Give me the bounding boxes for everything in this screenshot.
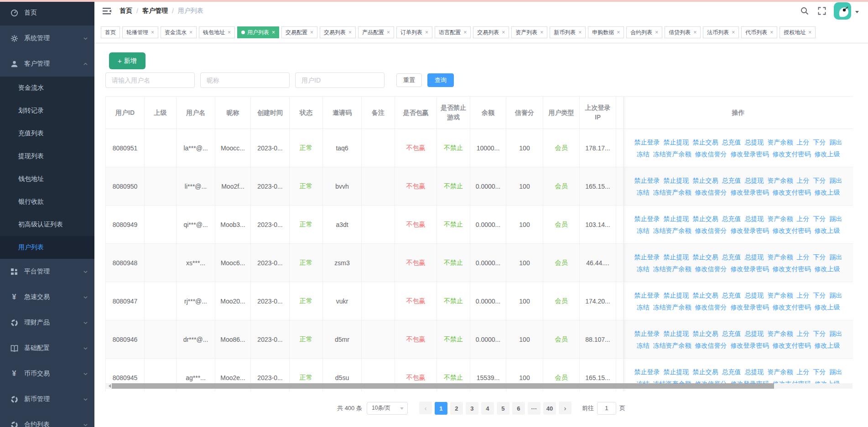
tab-wallet-address[interactable]: 钱包地址× [199, 26, 235, 38]
op-link[interactable]: 总提现 [745, 139, 764, 146]
op-link[interactable]: 修改支付密码 [773, 189, 811, 196]
op-link[interactable]: 踢出 [830, 292, 842, 299]
op-link[interactable]: 踢出 [830, 368, 842, 376]
tab-trade-list[interactable]: 交易列表× [320, 26, 356, 38]
op-link[interactable]: 修改上级 [815, 227, 840, 234]
op-link[interactable]: 禁止登录 [634, 215, 660, 222]
op-link[interactable]: 冻结 [637, 342, 650, 349]
tab-close-icon[interactable]: × [425, 30, 428, 35]
op-link[interactable]: 资产余额 [768, 368, 793, 376]
op-link[interactable]: 禁止提现 [664, 368, 689, 376]
avatar[interactable] [834, 2, 851, 20]
tab-fiat-list[interactable]: 法币列表× [703, 26, 739, 38]
op-link[interactable]: 修改支付密码 [773, 304, 811, 311]
tab-close-icon[interactable]: × [272, 30, 275, 35]
op-link[interactable]: 总提现 [745, 177, 764, 184]
op-link[interactable]: 修改上级 [815, 265, 840, 273]
op-link[interactable]: 总充值 [722, 253, 741, 261]
op-link[interactable]: 总充值 [722, 215, 741, 222]
page-button-1[interactable]: 1 [435, 402, 447, 415]
op-link[interactable]: 修改支付密码 [773, 150, 811, 158]
op-link[interactable]: 禁止交易 [693, 177, 718, 184]
op-link[interactable]: 禁止登录 [634, 177, 660, 184]
op-link[interactable]: 冻结资产余额 [653, 265, 691, 273]
op-link[interactable]: 上分 [797, 177, 810, 184]
op-link[interactable]: 冻结 [637, 189, 650, 196]
op-link[interactable]: 资产余额 [768, 177, 793, 184]
op-link[interactable]: 禁止登录 [634, 292, 660, 299]
sidebar-item-kyc-list[interactable]: 初高级认证列表 [0, 213, 94, 236]
scrollbar-thumb[interactable] [112, 383, 774, 389]
op-link[interactable]: 修改登录密码 [731, 342, 769, 349]
op-link[interactable]: 总充值 [722, 177, 741, 184]
tab-close-icon[interactable]: × [617, 30, 620, 35]
breadcrumb-customer-management[interactable]: 客户管理 [142, 7, 168, 15]
op-link[interactable]: 禁止提现 [664, 177, 689, 184]
tab-loan-list[interactable]: 借贷列表× [665, 26, 701, 38]
op-link[interactable]: 冻结 [637, 265, 650, 273]
sidebar-item-user-list[interactable]: 用户列表 [0, 236, 94, 259]
op-link[interactable]: 禁止提现 [664, 215, 689, 222]
op-link[interactable]: 禁止交易 [693, 253, 718, 261]
page-button-40[interactable]: 40 [543, 402, 556, 415]
op-link[interactable]: 下分 [813, 368, 826, 376]
op-link[interactable]: 禁止登录 [634, 330, 660, 337]
op-link[interactable]: 修改上级 [815, 150, 840, 158]
tab-close-icon[interactable]: × [770, 30, 773, 35]
op-link[interactable]: 禁止交易 [693, 368, 718, 376]
tab-close-icon[interactable]: × [655, 30, 658, 35]
op-link[interactable]: 总充值 [722, 292, 741, 299]
nickname-input[interactable] [200, 72, 290, 88]
prev-page-button[interactable]: ‹ [419, 401, 432, 414]
sidebar-item-withdraw-list[interactable]: 提现列表 [0, 145, 94, 168]
op-link[interactable]: 修改支付密码 [773, 265, 811, 273]
tab-close-icon[interactable]: × [189, 30, 192, 35]
op-link[interactable]: 下分 [813, 330, 826, 337]
tab-fund-flow[interactable]: 资金流水× [161, 26, 197, 38]
tab-language-config[interactable]: 语言配置× [435, 26, 471, 38]
page-size-select[interactable]: 10条/页 [367, 402, 408, 415]
tab-close-icon[interactable]: × [310, 30, 313, 35]
tab-subscribe-data[interactable]: 申购数据× [588, 26, 624, 38]
op-link[interactable]: 下分 [813, 139, 826, 146]
op-link[interactable]: 禁止交易 [693, 292, 718, 299]
tab-contract-list[interactable]: 合约列表× [626, 26, 662, 38]
sidebar-item-system-management[interactable]: 系统管理 [0, 26, 94, 51]
op-link[interactable]: 禁止登录 [634, 368, 660, 376]
op-link[interactable]: 下分 [813, 215, 826, 222]
op-link[interactable]: 冻结资产余额 [653, 227, 691, 234]
tab-close-icon[interactable]: × [387, 30, 390, 35]
tab-close-icon[interactable]: × [693, 30, 696, 35]
op-link[interactable]: 修改登录密码 [731, 265, 769, 273]
userid-input[interactable] [295, 72, 385, 88]
op-link[interactable]: 冻结 [637, 304, 650, 311]
op-link[interactable]: 冻结 [637, 227, 650, 234]
sidebar-item-transfer-records[interactable]: 划转记录 [0, 99, 94, 122]
op-link[interactable]: 修改上级 [815, 304, 840, 311]
op-link[interactable]: 踢出 [830, 253, 842, 261]
pager-ellipsis[interactable]: ··· [528, 402, 541, 415]
op-link[interactable]: 修改登录密码 [731, 150, 769, 158]
op-link[interactable]: 资产余额 [768, 292, 793, 299]
scrollbar-left-arrow-icon[interactable] [107, 384, 111, 388]
search-button[interactable]: 查询 [427, 73, 454, 87]
horizontal-scrollbar[interactable] [106, 383, 852, 389]
op-link[interactable]: 修改信誉分 [695, 150, 727, 158]
op-link[interactable]: 资产余额 [768, 253, 793, 261]
op-link[interactable]: 总提现 [745, 215, 764, 222]
op-link[interactable]: 总提现 [745, 368, 764, 376]
op-link[interactable]: 修改信誉分 [695, 227, 727, 234]
next-page-button[interactable]: › [559, 401, 572, 414]
add-user-button[interactable]: + 新增 [109, 52, 146, 69]
tab-trade-config[interactable]: 交易配置× [281, 26, 317, 38]
op-link[interactable]: 总提现 [745, 330, 764, 337]
page-button-4[interactable]: 4 [481, 402, 494, 415]
sidebar-item-new-coin-management[interactable]: 新币管理 [0, 386, 94, 412]
tab-token-list[interactable]: 代币列表× [741, 26, 777, 38]
sidebar-item-deposit-list[interactable]: 充值列表 [0, 122, 94, 145]
op-link[interactable]: 修改登录密码 [731, 227, 769, 234]
op-link[interactable]: 修改登录密码 [731, 304, 769, 311]
tab-close-icon[interactable]: × [228, 30, 231, 35]
sidebar-item-wealth-products[interactable]: 理财产品 [0, 310, 94, 335]
tab-close-icon[interactable]: × [540, 30, 543, 35]
